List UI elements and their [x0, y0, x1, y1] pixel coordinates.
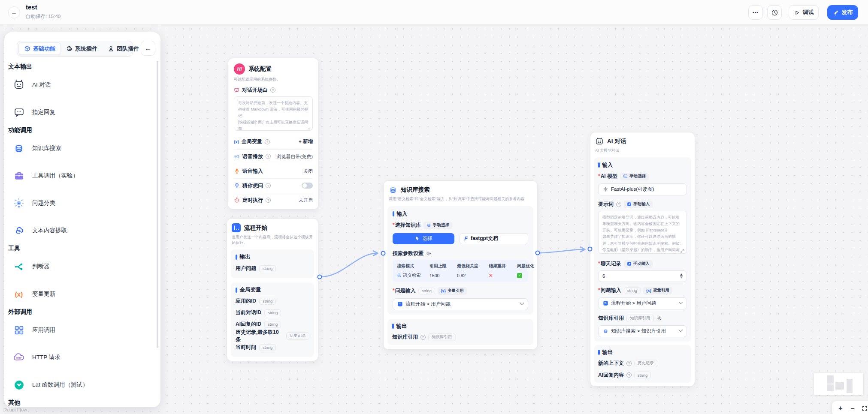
help-icon[interactable]: [270, 87, 275, 93]
gear-icon[interactable]: [656, 315, 662, 321]
search-params-table[interactable]: 搜索模式 引用上限 最低相关度 结果重排 问题优化 语义检索 1500 0.82…: [393, 260, 528, 282]
help-icon[interactable]: [266, 183, 271, 188]
question-source-select[interactable]: 流程开始 > 用户问题: [598, 297, 687, 309]
gear-icon[interactable]: [426, 251, 432, 256]
fit-view-icon: [862, 405, 868, 411]
database-icon: [13, 143, 24, 154]
autosave-status: 自动保存: 15:40: [26, 13, 60, 20]
lightbulb-rays-icon: [13, 198, 24, 209]
handle-start-output[interactable]: [318, 275, 322, 279]
type-badge: string: [259, 344, 276, 351]
section-title-other: 其他: [4, 399, 160, 407]
debug-button[interactable]: 调试: [789, 5, 819, 20]
sidebar-item-tool-call[interactable]: 工具调用（实验）: [4, 162, 160, 189]
fit-view-button[interactable]: [859, 401, 868, 414]
collapse-sidebar-button[interactable]: ←: [141, 41, 155, 56]
variable-ref-badge[interactable]: {x}变量引用: [438, 287, 467, 295]
tab-basic-modules[interactable]: 基础功能: [18, 42, 61, 55]
resize-handle-icon[interactable]: [306, 126, 311, 130]
cursor-icon: [414, 236, 420, 241]
config-row-schedule[interactable]: 定时执行 未开启: [234, 193, 313, 207]
help-icon[interactable]: [420, 335, 426, 340]
chevron-down-icon: [520, 301, 524, 305]
help-icon[interactable]: [266, 198, 271, 203]
sidebar-item-laf-function[interactable]: Laf 函数调用（测试）: [4, 371, 160, 399]
sidebar-item-http-request[interactable]: HTTP 请求: [4, 344, 160, 371]
prompt-textarea[interactable]: [598, 211, 687, 254]
model-select[interactable]: FastAI-plus(可读图): [598, 183, 687, 195]
node-title: AI 对话: [607, 138, 626, 145]
node-flow-start[interactable]: 流程开始 当用户发送一个内容后，流程将会从这个模块开始执行。 输出 用户问题 s…: [227, 218, 318, 361]
sidebar-item-question-classify[interactable]: 问题分类: [4, 189, 160, 217]
more-button[interactable]: •••: [748, 5, 763, 20]
node-system-config[interactable]: Hi 系统配置 可以配置应用的系统参数。 对话开场白 {x} 全局变量 + 新增…: [228, 58, 319, 210]
variable-ref-badge[interactable]: {x}变量引用: [643, 287, 672, 294]
handle-search-output[interactable]: [535, 251, 540, 255]
config-row-tts[interactable]: 语音播放 浏览器自带(免费): [234, 149, 313, 164]
choose-dataset-button[interactable]: 选择: [393, 233, 454, 244]
help-icon[interactable]: [616, 202, 621, 207]
sidebar-item-assigned-reply[interactable]: 指定回复: [4, 99, 160, 126]
sidebar-scrollbar[interactable]: [157, 61, 158, 348]
sound-icon: [234, 153, 240, 159]
type-badge: string: [259, 298, 276, 305]
quote-source-select[interactable]: 知识库搜索 > 知识库引用: [598, 325, 687, 337]
laf-icon: [13, 379, 24, 390]
tab-system-plugins[interactable]: 系统插件: [61, 42, 103, 55]
manual-select-badge[interactable]: 手动选择: [620, 173, 649, 180]
variable-icon: {x}: [441, 289, 446, 293]
robot-icon: [623, 174, 628, 179]
node-title: 知识库搜索: [401, 186, 430, 194]
history-count-input[interactable]: [602, 273, 645, 279]
back-button[interactable]: ←: [8, 6, 20, 18]
query-extension-checkbox[interactable]: [517, 273, 522, 278]
question-source-select[interactable]: 流程开始 > 用户问题: [393, 298, 528, 310]
history-label: 聊天记录: [598, 260, 621, 267]
sidebar-item-variable-update[interactable]: (x) 变量更新: [4, 280, 160, 308]
section-bar: [598, 162, 600, 168]
top-bar: ← test 自动保存: 15:40 ••• 调试 发布: [0, 0, 868, 25]
handle-chat-input[interactable]: [588, 247, 593, 252]
publish-button[interactable]: 发布: [827, 5, 858, 20]
sidebar-item-app-call[interactable]: 应用调用: [4, 316, 160, 344]
expand-icon[interactable]: [680, 249, 685, 253]
section-title: 输出: [240, 253, 251, 261]
node-ai-chat[interactable]: AI 对话 AI 大模型对话 输入 AI 模型 手动选择 FastAI-plus…: [590, 132, 695, 387]
config-row-guess-question[interactable]: 猜你想问: [234, 178, 313, 193]
tab-team-plugins[interactable]: 团队插件: [103, 42, 144, 55]
sidebar-item-content-extract[interactable]: 文本内容提取: [4, 217, 160, 244]
config-row-variables[interactable]: {x} 全局变量 + 新增: [234, 135, 313, 149]
sidebar-item-dataset-search[interactable]: 知识库搜索: [4, 135, 160, 162]
history-button[interactable]: [767, 5, 782, 20]
rocket-icon: [833, 9, 839, 16]
node-subtitle: 当用户发送一个内容后，流程将会从这个模块开始执行。: [232, 234, 313, 245]
guess-question-toggle[interactable]: [302, 183, 313, 189]
zoom-in-button[interactable]: +: [835, 401, 847, 414]
section-bar: [236, 288, 237, 293]
help-icon[interactable]: [626, 361, 632, 366]
help-icon[interactable]: [265, 139, 270, 144]
zoom-out-button[interactable]: −: [847, 401, 859, 414]
config-row-voice-input[interactable]: 语音输入 关闭: [234, 164, 313, 178]
welcome-textarea[interactable]: [234, 96, 313, 131]
stepper-down-icon[interactable]: [680, 276, 683, 279]
manual-select-badge[interactable]: 手动选择: [423, 222, 452, 229]
manual-input-badge[interactable]: 手动输入: [624, 201, 653, 208]
sidebar-item-ai-chat[interactable]: AI 对话: [4, 71, 160, 99]
dataset-card[interactable]: F fastgpt文档: [460, 233, 528, 244]
manual-input-badge[interactable]: 手动输入: [624, 260, 653, 268]
stepper-arrows[interactable]: [680, 273, 683, 279]
help-icon[interactable]: [626, 372, 632, 378]
add-variable-button[interactable]: + 新增: [299, 138, 313, 145]
history-count-stepper[interactable]: [598, 270, 687, 282]
help-icon[interactable]: [266, 154, 271, 159]
stepper-up-icon[interactable]: [680, 273, 683, 276]
app-title: test: [26, 3, 37, 11]
dataset-select-label: 选择知识库: [393, 222, 421, 229]
node-dataset-search[interactable]: 知识库搜索 调用"语义检索"和"全文检索"能力，从"知识库"中查找可能与问题相关…: [383, 180, 538, 350]
http-cloud-icon: [13, 352, 24, 363]
minimap[interactable]: [814, 373, 863, 395]
minimap-node: [827, 375, 834, 384]
handle-search-input[interactable]: [381, 251, 386, 256]
sidebar-item-judge[interactable]: 判断器: [4, 253, 160, 280]
